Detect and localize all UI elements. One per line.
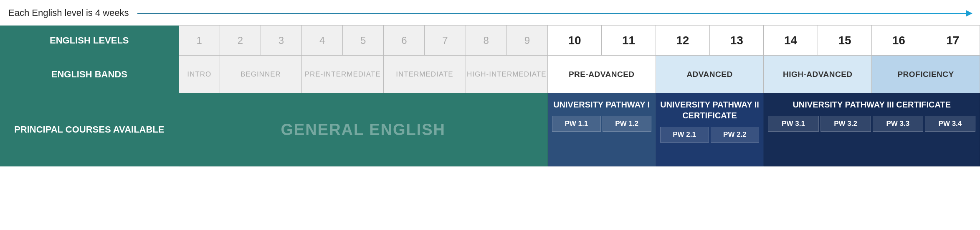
level-cell-12: 12	[656, 26, 709, 56]
upw1-cell: UNIVERSITY PATHWAY I PW 1.1 PW 1.2	[547, 93, 656, 166]
english-bands-header: ENGLISH BANDS	[0, 56, 179, 93]
band-high-intermediate: HIGH-INTERMEDIATE	[466, 56, 547, 93]
upw2-code-2: PW 2.2	[711, 127, 760, 143]
upw3-code-1: PW 3.1	[768, 116, 818, 132]
upw3-code-2: PW 3.2	[820, 116, 871, 132]
level-cell-13: 13	[710, 26, 764, 56]
level-cell-17: 17	[926, 26, 980, 56]
timeline-arrow	[137, 13, 972, 14]
upw1-codes: PW 1.1 PW 1.2	[551, 115, 652, 133]
upw2-codes: PW 2.1 PW 2.2	[659, 126, 760, 143]
level-cell-11: 11	[602, 26, 656, 56]
band-pre-intermediate: PRE-INTERMEDIATE	[302, 56, 384, 93]
upw3-title: UNIVERSITY PATHWAY III CERTIFICATE	[793, 99, 951, 110]
upw3-cell: UNIVERSITY PATHWAY III CERTIFICATE PW 3.…	[764, 93, 980, 166]
level-cell-4: 4	[302, 26, 343, 56]
principal-courses-row: PRINCIPAL COURSES AVAILABLE GENERAL ENGL…	[0, 93, 980, 166]
level-cell-14: 14	[764, 26, 818, 56]
level-cell-3: 3	[261, 26, 301, 56]
upw1-code-2: PW 1.2	[603, 116, 651, 132]
band-proficiency: PROFICIENCY	[872, 56, 980, 93]
english-levels-header: ENGLISH LEVELS	[0, 26, 179, 56]
general-english-cell: GENERAL ENGLISH	[179, 93, 547, 166]
level-cell-5: 5	[343, 26, 384, 56]
principal-courses-header: PRINCIPAL COURSES AVAILABLE	[0, 93, 179, 166]
level-cell-1: 1	[179, 26, 220, 56]
english-levels-row: ENGLISH LEVELS 1 2 3 4 5 6 7 8 9 10 11 1…	[0, 26, 980, 56]
level-cell-2: 2	[220, 26, 261, 56]
upw3-codes: PW 3.1 PW 3.2 PW 3.3 PW 3.4	[767, 115, 976, 133]
level-cell-9: 9	[506, 26, 547, 56]
upw3-code-4: PW 3.4	[925, 116, 975, 132]
upw2-cell: UNIVERSITY PATHWAY II CERTIFICATE PW 2.1…	[656, 93, 764, 166]
level-cell-8: 8	[466, 26, 506, 56]
level-cell-7: 7	[425, 26, 466, 56]
band-pre-advanced: PRE-ADVANCED	[547, 56, 656, 93]
level-cell-6: 6	[384, 26, 425, 56]
band-intro: INTRO	[179, 56, 220, 93]
band-intermediate: INTERMEDIATE	[384, 56, 466, 93]
upw2-title: UNIVERSITY PATHWAY II CERTIFICATE	[659, 99, 760, 121]
upw3-code-3: PW 3.3	[873, 116, 923, 132]
level-cell-10: 10	[547, 26, 601, 56]
upw1-title: UNIVERSITY PATHWAY I	[553, 99, 650, 110]
band-high-advanced: HIGH-ADVANCED	[764, 56, 872, 93]
band-beginner: BEGINNER	[220, 56, 301, 93]
upw1-code-1: PW 1.1	[552, 116, 601, 132]
upw2-code-1: PW 2.1	[660, 127, 709, 143]
timeline-label: Each English level is 4 weeks	[8, 8, 129, 18]
english-bands-row: ENGLISH BANDS INTRO BEGINNER PRE-INTERME…	[0, 56, 980, 93]
band-advanced: ADVANCED	[656, 56, 764, 93]
level-cell-15: 15	[818, 26, 871, 56]
main-container: Each English level is 4 weeks ENGLISH LE…	[0, 0, 980, 166]
level-cell-16: 16	[872, 26, 926, 56]
timeline-row: Each English level is 4 weeks	[0, 4, 980, 22]
main-table: ENGLISH LEVELS 1 2 3 4 5 6 7 8 9 10 11 1…	[0, 25, 980, 166]
